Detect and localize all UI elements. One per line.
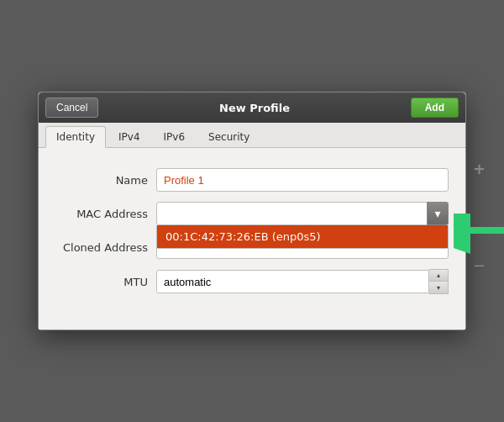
cancel-button[interactable]: Cancel bbox=[45, 98, 98, 118]
mtu-row: MTU ▴ ▾ bbox=[55, 269, 449, 294]
tab-ipv6[interactable]: IPv6 bbox=[153, 126, 197, 147]
form-content: Name MAC Address 00:1C:42:73:26:EB (enp0… bbox=[39, 148, 465, 330]
mtu-input-wrapper: ▴ ▾ bbox=[156, 269, 449, 294]
mtu-up-button[interactable]: ▴ bbox=[429, 270, 448, 282]
mac-dropdown-wrapper: 00:1C:42:73:26:EB (enp0s5) bbox=[156, 202, 449, 225]
side-minus-icon[interactable]: − bbox=[473, 256, 486, 274]
name-input[interactable] bbox=[156, 168, 449, 192]
titlebar: Cancel New Profile Add bbox=[39, 92, 465, 123]
mac-dropdown-arrow[interactable] bbox=[427, 202, 449, 225]
mac-dropdown-item[interactable]: 00:1C:42:73:26:EB (enp0s5) bbox=[157, 225, 448, 248]
tab-identity[interactable]: Identity bbox=[45, 126, 106, 148]
mac-input[interactable] bbox=[156, 202, 449, 225]
tab-ipv4[interactable]: IPv4 bbox=[108, 126, 151, 147]
side-plus-icon[interactable]: + bbox=[473, 160, 486, 177]
new-profile-dialog: Cancel New Profile Add Identity IPv4 IPv… bbox=[38, 92, 466, 330]
mtu-stepper: ▴ ▾ bbox=[429, 269, 449, 294]
mtu-down-button[interactable]: ▾ bbox=[429, 282, 448, 293]
add-button[interactable]: Add bbox=[411, 98, 459, 118]
mtu-label: MTU bbox=[55, 276, 156, 288]
tab-security[interactable]: Security bbox=[197, 126, 260, 147]
mac-row: MAC Address 00:1C:42:73:26:EB (enp0s5) bbox=[55, 202, 449, 225]
mtu-input[interactable] bbox=[156, 270, 429, 293]
mac-dropdown-menu: 00:1C:42:73:26:EB (enp0s5) bbox=[156, 225, 449, 249]
name-label: Name bbox=[55, 174, 156, 187]
mac-label: MAC Address bbox=[55, 208, 156, 220]
tab-bar: Identity IPv4 IPv6 Security bbox=[39, 123, 465, 148]
cloned-label: Cloned Address bbox=[55, 241, 156, 254]
dialog-title: New Profile bbox=[219, 102, 290, 114]
name-row: Name bbox=[55, 168, 449, 192]
